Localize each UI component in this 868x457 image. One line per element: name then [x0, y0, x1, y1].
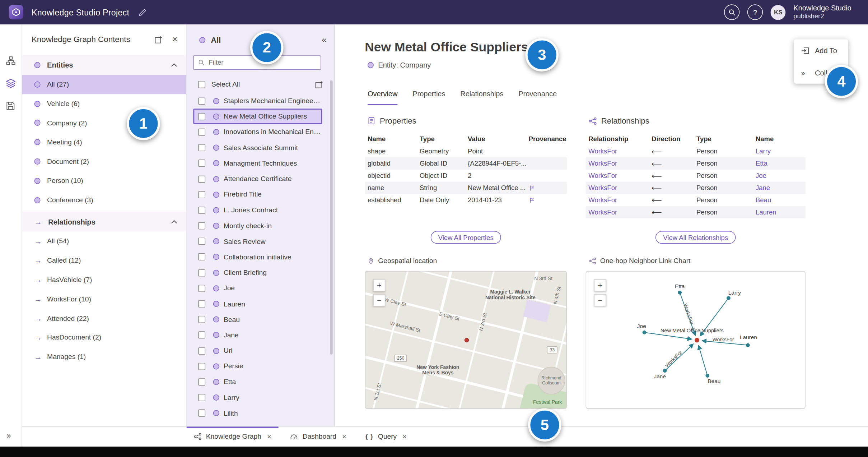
graph-node[interactable] [727, 296, 731, 300]
graph-node[interactable] [643, 331, 647, 334]
scrollbar-thumb[interactable] [330, 80, 333, 355]
close-tab-icon[interactable]: ✕ [267, 434, 271, 440]
relationship-filter-item[interactable]: → Attended (22) [22, 309, 186, 328]
list-item[interactable]: Collaboration initiative [193, 249, 322, 265]
checkbox[interactable] [198, 191, 205, 198]
list-item[interactable]: New Metal Office Suppliers [193, 109, 322, 124]
tab-knowledge-graph[interactable]: Knowledge Graph ✕ [187, 426, 279, 447]
close-tab-icon[interactable]: ✕ [402, 434, 407, 440]
list-item[interactable]: Etta [193, 374, 322, 389]
checkbox[interactable] [198, 363, 205, 370]
graph-node[interactable] [678, 291, 682, 295]
related-entity-link[interactable]: Lauren [753, 208, 805, 216]
list-item[interactable]: Larry [193, 390, 322, 405]
zoom-out-button[interactable]: − [594, 294, 606, 306]
list-item[interactable]: Lilith [193, 405, 322, 421]
relationship-link[interactable]: WorksFor [586, 184, 649, 192]
list-item[interactable]: Jane [193, 327, 322, 343]
checkbox[interactable] [198, 347, 205, 354]
related-entity-link[interactable]: Beau [753, 196, 805, 204]
relationship-link[interactable]: WorksFor [586, 208, 649, 216]
list-item[interactable]: L. Jones Contract [193, 202, 322, 218]
tab-query[interactable]: { } Query ✕ [358, 426, 414, 447]
checkbox[interactable] [198, 97, 205, 105]
relationship-filter-item[interactable]: → WorksFor (10) [22, 290, 186, 309]
entity-filter-item[interactable]: Person (10) [22, 171, 186, 190]
relationship-link[interactable]: WorksFor [586, 147, 649, 155]
checkbox[interactable] [198, 160, 205, 167]
list-item[interactable]: Firebird Title [193, 187, 322, 202]
zoom-in-button[interactable]: + [594, 279, 606, 291]
add-selection-icon[interactable] [315, 80, 323, 88]
chevron-up-icon[interactable] [171, 63, 177, 67]
graph-node[interactable] [663, 369, 667, 373]
tab-dashboard[interactable]: Dashboard ✕ [283, 426, 354, 447]
list-item[interactable]: Joe [193, 281, 322, 296]
checkbox[interactable] [198, 332, 205, 339]
help-icon[interactable]: ? [747, 4, 763, 20]
zoom-out-button[interactable]: − [373, 294, 385, 306]
checkbox[interactable] [198, 253, 205, 260]
close-tab-icon[interactable]: ✕ [342, 434, 346, 440]
entity-filter-item[interactable]: Document (2) [22, 152, 186, 171]
relationship-link[interactable]: WorksFor [586, 196, 649, 204]
add-item-icon[interactable] [154, 35, 163, 43]
entity-filter-item[interactable]: Conference (3) [22, 190, 186, 210]
tab-overview[interactable]: Overview [368, 90, 398, 105]
checkbox[interactable] [198, 238, 205, 245]
tab-relationships[interactable]: Relationships [460, 90, 503, 105]
link-chart[interactable]: Etta Larry Joe Jane Beau Lauren New Meta… [586, 271, 806, 409]
relationship-filter-item[interactable]: → HasDocument (2) [22, 328, 186, 347]
list-item[interactable]: Montly check-in [193, 218, 322, 234]
entity-filter-item[interactable]: Vehicle (6) [22, 94, 186, 114]
list-item[interactable]: Staplers Mechanical Engineering [193, 93, 322, 109]
relationship-filter-item[interactable]: → HasVehicle (7) [22, 270, 186, 290]
provenance-icon[interactable] [529, 184, 536, 191]
search-icon[interactable] [724, 4, 739, 20]
entity-filter-item[interactable]: All (27) [22, 75, 186, 94]
related-entity-link[interactable]: Etta [753, 160, 805, 167]
relationships-section-header[interactable]: → Relationships [22, 212, 186, 232]
checkbox[interactable] [198, 129, 205, 136]
related-entity-link[interactable]: Larry [753, 147, 805, 155]
layers-icon[interactable] [6, 79, 15, 88]
relationship-filter-item[interactable]: → Manages (1) [22, 347, 186, 367]
related-entity-link[interactable]: Joe [753, 172, 805, 180]
provenance-icon[interactable] [529, 197, 536, 204]
entity-filter-item[interactable]: Meeting (4) [22, 133, 186, 152]
user-info[interactable]: Knowledge Studio publisher2 [793, 4, 851, 20]
zoom-in-button[interactable]: + [373, 279, 385, 291]
list-item[interactable]: Persie [193, 359, 322, 374]
checkbox[interactable] [198, 222, 205, 230]
list-item[interactable]: Lauren [193, 296, 322, 311]
graph-node[interactable] [746, 343, 750, 347]
close-panel-icon[interactable]: ✕ [172, 36, 178, 43]
save-icon[interactable] [6, 101, 15, 110]
entity-filter-item[interactable]: Company (2) [22, 114, 186, 133]
entities-section-header[interactable]: Entities [22, 55, 186, 75]
avatar[interactable]: KS [771, 5, 786, 20]
app-logo-icon[interactable] [9, 5, 23, 19]
graph-node[interactable] [705, 374, 709, 378]
checkbox[interactable] [198, 285, 205, 292]
map-marker[interactable] [465, 338, 469, 342]
edit-title-icon[interactable] [138, 8, 146, 16]
view-all-relationships-button[interactable]: View All Relationships [655, 231, 736, 244]
list-item[interactable]: Innovations in Mechanical Engin... [193, 124, 322, 140]
list-item[interactable]: Beau [193, 312, 322, 327]
select-all-checkbox[interactable] [198, 80, 205, 88]
relationship-link[interactable]: WorksFor [586, 160, 649, 167]
checkbox[interactable] [198, 300, 205, 308]
tab-provenance[interactable]: Provenance [518, 90, 557, 105]
expand-rail-icon[interactable]: » [7, 431, 11, 440]
list-item[interactable]: Attendance Certificate [193, 171, 322, 186]
chevron-up-icon[interactable] [171, 220, 177, 223]
checkbox[interactable] [198, 378, 205, 386]
relationship-link[interactable]: WorksFor [586, 172, 649, 180]
list-item[interactable]: Uri [193, 343, 322, 359]
menu-item-add-to[interactable]: Add To [794, 39, 848, 61]
checkbox[interactable] [198, 144, 205, 151]
checkbox[interactable] [198, 316, 205, 323]
tab-properties[interactable]: Properties [412, 90, 445, 105]
list-item[interactable]: Sales Review [193, 234, 322, 249]
